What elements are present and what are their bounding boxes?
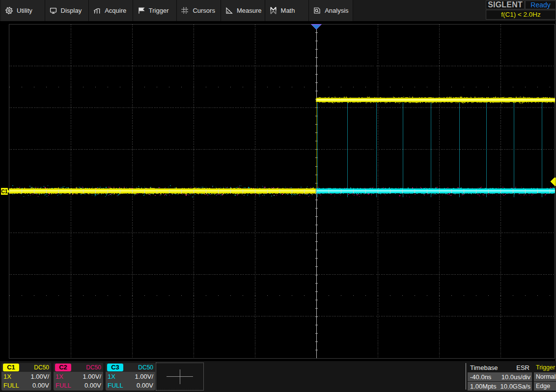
svg-text:C1: C1 [1,188,8,194]
